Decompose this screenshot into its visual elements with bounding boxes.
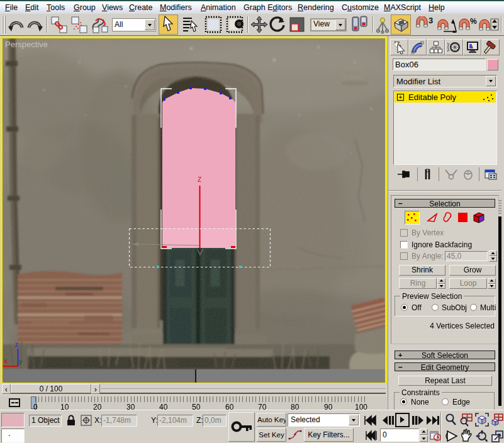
svg-text:Z: Z bbox=[198, 176, 201, 183]
svg-text:z: z bbox=[15, 340, 19, 348]
svg-text:x: x bbox=[4, 357, 8, 364]
svg-text:3: 3 bbox=[428, 16, 433, 25]
svg-text:%: % bbox=[470, 17, 477, 26]
svg-text:y: y bbox=[19, 357, 23, 365]
